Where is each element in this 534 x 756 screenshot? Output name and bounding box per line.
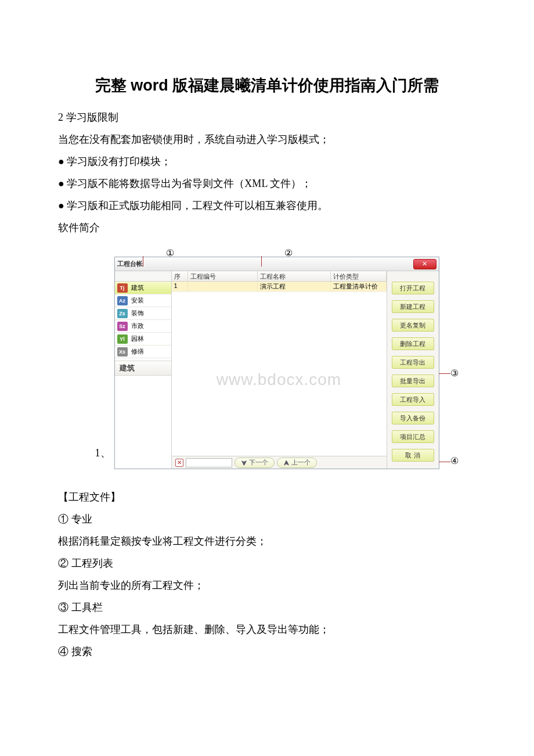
category-footer: 建筑 xyxy=(115,361,171,376)
th-type: 计价类型 xyxy=(331,271,387,281)
cell-type: 工程量清单计价 xyxy=(331,282,387,291)
next-label: 下一个 xyxy=(249,458,268,467)
table-header: 序号 工程编号 工程名称 计价类型 xyxy=(172,271,387,282)
screenshot-window: ③ ④ 工程台帐 ✕ Tj建筑Az安装Zs装饰Sz市政Yl园林Xs修缮 建筑 序… xyxy=(114,257,439,469)
project-table: 序号 工程编号 工程名称 计价类型 1 演示工程 工程量清单计价 www.bdo… xyxy=(172,271,387,469)
arrow-up-icon: ⮝ xyxy=(283,459,290,466)
category-label: 市政 xyxy=(131,322,144,330)
marker-line-3 xyxy=(439,373,450,374)
close-icon[interactable]: ✕ xyxy=(413,259,436,269)
category-sidebar: Tj建筑Az安装Zs装饰Sz市政Yl园林Xs修缮 建筑 xyxy=(115,271,172,469)
sidebar-item-az[interactable]: Az安装 xyxy=(115,294,171,307)
cell-no: 1 xyxy=(172,282,188,291)
toolbar: 打开工程新建工程更名复制删除工程工程导出批量导出工程导入导入备份项目汇总取 消 xyxy=(387,271,439,469)
s1-head: ① 专业 xyxy=(58,509,476,530)
window-title: 工程台帐 xyxy=(117,260,143,268)
category-icon: Sz xyxy=(117,322,128,331)
sidebar-item-sz[interactable]: Sz市政 xyxy=(115,320,171,333)
cell-code xyxy=(188,282,258,291)
th-name: 工程名称 xyxy=(258,271,331,281)
marker-line-2 xyxy=(261,256,262,267)
marker-4: ④ xyxy=(450,455,459,466)
marker-3: ③ xyxy=(450,368,459,379)
search-footer: ✕ ⮟ 下一个 ⮝ 上一个 xyxy=(172,456,387,469)
category-label: 园林 xyxy=(131,334,144,343)
next-button[interactable]: ⮟ 下一个 xyxy=(234,458,275,468)
category-label: 修缮 xyxy=(131,347,144,356)
th-no: 序号 xyxy=(172,271,188,281)
figure-top-markers: ① ② xyxy=(104,244,430,257)
page-title: 完整 word 版福建晨曦清单计价使用指南入门所需 xyxy=(58,70,476,101)
prev-button[interactable]: ⮝ 上一个 xyxy=(277,458,317,468)
prev-label: 上一个 xyxy=(291,458,311,467)
s2-body: 列出当前专业的所有工程文件； xyxy=(58,575,476,596)
sidebar-item-tj[interactable]: Tj建筑 xyxy=(115,282,171,294)
category-label: 装饰 xyxy=(131,309,144,318)
intro-b2: ● 学习版不能将数据导出为省导则文件（XML 文件）； xyxy=(58,173,476,194)
intro-p2: 当您在没有配套加密锁使用时，系统自动进入学习版模式； xyxy=(58,129,476,150)
s3-head: ③ 工具栏 xyxy=(58,597,476,618)
s3-body: 工程文件管理工具，包括新建、删除、导入及导出等功能； xyxy=(58,619,476,640)
category-icon: Zs xyxy=(117,309,128,318)
marker-line-4 xyxy=(439,462,450,462)
category-icon: Az xyxy=(117,296,128,305)
toolbar-button-9[interactable]: 取 消 xyxy=(392,449,434,462)
intro-p3: 软件简介 xyxy=(58,217,476,238)
intro-p1: 2 学习版限制 xyxy=(58,107,476,128)
marker-line-1 xyxy=(143,256,143,267)
toolbar-button-6[interactable]: 工程导入 xyxy=(392,393,434,406)
search-input[interactable] xyxy=(186,458,232,467)
arrow-down-icon: ⮟ xyxy=(241,459,247,466)
category-header-blank xyxy=(115,271,171,282)
figure-caption: 1、 xyxy=(95,442,114,469)
category-icon: Tj xyxy=(117,283,128,293)
sidebar-item-xs[interactable]: Xs修缮 xyxy=(115,345,171,358)
toolbar-button-7[interactable]: 导入备份 xyxy=(392,412,434,424)
s1-body: 根据消耗量定额按专业将工程文件进行分类； xyxy=(58,531,476,552)
category-icon: Yl xyxy=(117,334,128,344)
s2-head: ② 工程列表 xyxy=(58,553,476,574)
toolbar-button-4[interactable]: 工程导出 xyxy=(392,356,434,369)
s4-head: ④ 搜索 xyxy=(58,641,476,662)
sidebar-item-zs[interactable]: Zs装饰 xyxy=(115,307,171,320)
toolbar-button-3[interactable]: 删除工程 xyxy=(392,337,434,350)
category-icon: Xs xyxy=(117,347,128,357)
intro-b3: ● 学习版和正式版功能相同，工程文件可以相互兼容使用。 xyxy=(58,195,476,216)
category-label: 建筑 xyxy=(131,283,144,292)
window-titlebar: 工程台帐 ✕ xyxy=(115,257,439,271)
toolbar-button-0[interactable]: 打开工程 xyxy=(392,282,434,294)
toolbar-button-8[interactable]: 项目汇总 xyxy=(392,430,434,443)
th-code: 工程编号 xyxy=(188,271,258,281)
toolbar-button-5[interactable]: 批量导出 xyxy=(392,375,434,387)
figure-block: ① ② 1、 ③ ④ 工程台帐 ✕ Tj建筑Az安装Zs装饰Sz市政Yl园林Xs… xyxy=(58,244,476,469)
section-heading: 【工程文件】 xyxy=(58,487,476,507)
sidebar-item-yl[interactable]: Yl园林 xyxy=(115,333,171,345)
category-label: 安装 xyxy=(131,296,144,305)
clear-search-icon[interactable]: ✕ xyxy=(175,459,183,467)
toolbar-button-2[interactable]: 更名复制 xyxy=(392,319,434,332)
intro-b1: ● 学习版没有打印模块； xyxy=(58,151,476,172)
table-row[interactable]: 1 演示工程 工程量清单计价 xyxy=(172,282,387,292)
cell-name: 演示工程 xyxy=(258,282,331,291)
toolbar-button-1[interactable]: 新建工程 xyxy=(392,300,434,313)
